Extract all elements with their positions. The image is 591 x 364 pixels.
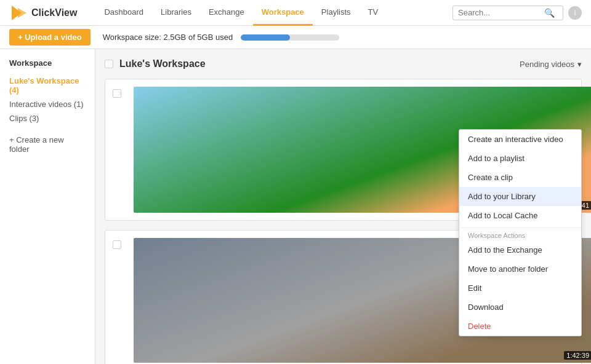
- dropdown-add-library[interactable]: Add to your Library: [459, 187, 581, 206]
- content-title: Luke's Workspace: [119, 58, 206, 69]
- storage-bar: [241, 34, 339, 41]
- video-checkbox-water-diviner[interactable]: [113, 240, 121, 249]
- content-area: Luke's Workspace Pending videos ▾ 1:18:4…: [95, 49, 591, 364]
- main-nav: Dashboard Libraries Exchange Workspace P…: [95, 0, 452, 26]
- sidebar-title: Workspace: [6, 58, 89, 68]
- upload-button[interactable]: + Upload a video: [9, 29, 90, 46]
- logo-text: ClickView: [31, 7, 77, 18]
- select-all-checkbox[interactable]: [105, 60, 113, 68]
- dropdown-create-clip[interactable]: Create a clip: [459, 168, 581, 187]
- upload-bar: + Upload a video Workspace size: 2.5GB o…: [0, 26, 591, 49]
- storage-bar-fill: [241, 34, 290, 41]
- content-header-left: Luke's Workspace: [105, 58, 206, 69]
- main-layout: Workspace Luke's Workspace (4) Interacti…: [0, 49, 591, 364]
- nav-tv[interactable]: TV: [360, 0, 387, 26]
- dropdown-add-cache[interactable]: Add to Local Cache: [459, 206, 581, 225]
- video-checkbox-lorax[interactable]: [113, 89, 121, 98]
- dropdown-add-playlist[interactable]: Add to a playlist: [459, 149, 581, 168]
- dropdown-create-interactive[interactable]: Create an interactive video: [459, 130, 581, 149]
- dropdown-edit[interactable]: Edit: [459, 279, 581, 298]
- logo: ClickView: [9, 3, 77, 23]
- nav-exchange[interactable]: Exchange: [200, 0, 253, 26]
- search-area: 🔍: [452, 6, 563, 20]
- sidebar-item-lukes-workspace[interactable]: Luke's Workspace (4): [6, 74, 89, 97]
- dropdown-delete[interactable]: Delete: [459, 317, 581, 336]
- header: ClickView Dashboard Libraries Exchange W…: [0, 0, 591, 26]
- user-icon[interactable]: i: [568, 6, 582, 20]
- search-input[interactable]: [458, 8, 544, 17]
- dropdown-move-folder[interactable]: Move to another folder: [459, 259, 581, 279]
- chevron-down-icon: ▾: [577, 60, 582, 69]
- nav-workspace[interactable]: Workspace: [253, 0, 313, 26]
- sidebar: Workspace Luke's Workspace (4) Interacti…: [0, 49, 95, 364]
- search-icon[interactable]: 🔍: [544, 8, 555, 18]
- nav-dashboard[interactable]: Dashboard: [95, 0, 152, 26]
- sidebar-item-clips[interactable]: Clips (3): [6, 111, 89, 125]
- video-duration-water-diviner: 1:42:39: [564, 351, 591, 360]
- storage-info: Workspace size: 2.5GB of 5GB used: [103, 33, 340, 42]
- content-header: Luke's Workspace Pending videos ▾: [105, 58, 582, 69]
- pending-videos-button[interactable]: Pending videos ▾: [520, 60, 582, 69]
- nav-libraries[interactable]: Libraries: [152, 0, 200, 26]
- dropdown-add-exchange[interactable]: Add to the Exchange: [459, 240, 581, 259]
- sidebar-item-interactive-videos[interactable]: Interactive videos (1): [6, 97, 89, 111]
- workspace-size-label: Workspace size: 2.5GB of 5GB used: [103, 33, 233, 42]
- svg-marker-1: [18, 8, 26, 18]
- clickview-logo-icon: [9, 3, 29, 23]
- nav-playlists[interactable]: Playlists: [313, 0, 360, 26]
- create-folder-link[interactable]: + Create a new folder: [6, 133, 89, 156]
- dropdown-workspace-actions-label: Workspace Actions: [459, 228, 581, 240]
- dropdown-download[interactable]: Download: [459, 298, 581, 317]
- options-dropdown: Create an interactive video Add to a pla…: [459, 129, 582, 336]
